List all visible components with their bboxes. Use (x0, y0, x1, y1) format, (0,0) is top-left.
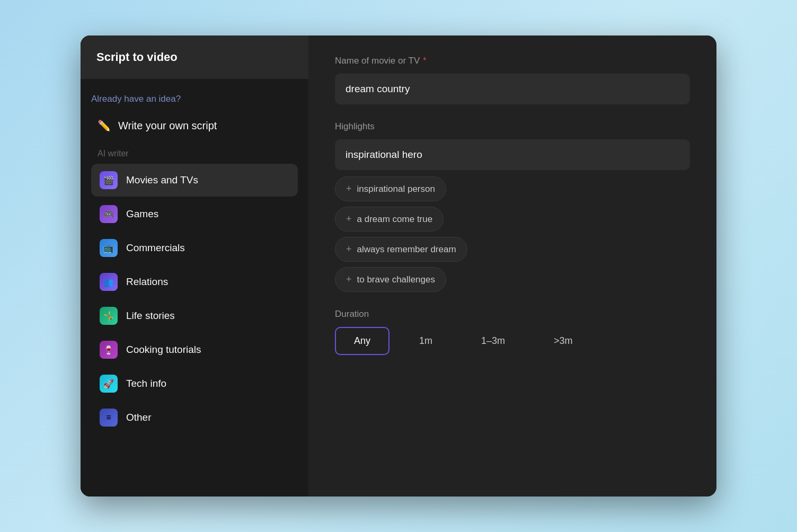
tech-icon: 🚀 (100, 375, 118, 393)
app-title: Script to video (96, 50, 178, 64)
sidebar-body: Already have an idea? ✏️ Write your own … (81, 79, 308, 496)
ai-writer-label: AI writer (91, 149, 298, 158)
sidebar-item-other[interactable]: ≡ Other (91, 401, 298, 434)
games-icon: 🎮 (100, 205, 118, 223)
pencil-icon: ✏️ (98, 119, 111, 132)
chip-label: to brave challenges (357, 274, 435, 285)
sidebar-item-tech[interactable]: 🚀 Tech info (91, 367, 298, 400)
suggestion-chip-2[interactable]: + always remember dream (335, 237, 467, 262)
sidebar-item-label-cooking: Cooking tutorials (126, 344, 201, 356)
other-icon: ≡ (100, 409, 118, 427)
movie-name-input[interactable] (335, 74, 690, 104)
commercials-icon: 📺 (100, 239, 118, 257)
nav-items-container: 🎬 Movies and TVs 🎮 Games 📺 Commercials 👥… (91, 164, 298, 434)
highlights-input[interactable] (335, 139, 690, 170)
suggestion-chip-1[interactable]: + a dream come true (335, 207, 444, 232)
chip-plus-icon: + (346, 274, 352, 285)
movie-name-section: Name of movie or TV * (335, 56, 690, 104)
sidebar-item-label-commercials: Commercials (126, 242, 185, 254)
already-have-label: Already have an idea? (91, 94, 298, 104)
suggestion-chip-0[interactable]: + inspirational person (335, 176, 446, 201)
suggestion-chips: + inspirational person + a dream come tr… (335, 176, 690, 292)
sidebar-item-label-tech: Tech info (126, 378, 166, 389)
write-own-script-item[interactable]: ✏️ Write your own script (91, 114, 298, 137)
chip-label: always remember dream (357, 244, 456, 255)
sidebar-item-label-movies: Movies and TVs (126, 174, 198, 186)
sidebar-item-label-relations: Relations (126, 276, 168, 288)
highlights-label: Highlights (335, 121, 690, 132)
sidebar: Script to video Already have an idea? ✏️… (81, 36, 308, 496)
duration-btn-3m[interactable]: >3m (535, 327, 592, 355)
duration-btn-1m[interactable]: 1m (400, 327, 451, 355)
duration-btn-Any[interactable]: Any (335, 327, 389, 355)
sidebar-item-relations[interactable]: 👥 Relations (91, 265, 298, 298)
sidebar-item-label-lifestories: Life stories (126, 310, 175, 322)
chip-plus-icon: + (346, 214, 352, 225)
chip-plus-icon: + (346, 183, 352, 194)
relations-icon: 👥 (100, 273, 118, 291)
chip-label: inspirational person (357, 184, 435, 194)
duration-label: Duration (335, 309, 690, 320)
sidebar-item-lifestories[interactable]: 🤸 Life stories (91, 299, 298, 332)
highlights-section: Highlights + inspirational person + a dr… (335, 121, 690, 292)
chip-plus-icon: + (346, 244, 352, 255)
main-content: Name of movie or TV * Highlights + inspi… (308, 36, 716, 496)
sidebar-header: Script to video (81, 36, 308, 79)
movies-icon: 🎬 (100, 171, 118, 189)
cooking-icon: 🍷 (100, 341, 118, 359)
sidebar-item-commercials[interactable]: 📺 Commercials (91, 232, 298, 264)
sidebar-item-label-other: Other (126, 412, 152, 423)
duration-buttons: Any1m1–3m>3m (335, 327, 690, 355)
movie-name-label: Name of movie or TV * (335, 56, 690, 66)
sidebar-item-games[interactable]: 🎮 Games (91, 198, 298, 230)
app-window: Script to video Already have an idea? ✏️… (81, 36, 716, 496)
suggestion-chip-3[interactable]: + to brave challenges (335, 267, 446, 292)
write-own-script-label: Write your own script (118, 120, 217, 132)
duration-btn-13m[interactable]: 1–3m (462, 327, 524, 355)
sidebar-item-label-games: Games (126, 208, 158, 220)
required-star: * (423, 56, 426, 66)
sidebar-item-cooking[interactable]: 🍷 Cooking tutorials (91, 333, 298, 366)
duration-section: Duration Any1m1–3m>3m (335, 309, 690, 355)
chip-label: a dream come true (357, 214, 433, 225)
lifestories-icon: 🤸 (100, 307, 118, 325)
sidebar-item-movies[interactable]: 🎬 Movies and TVs (91, 164, 298, 197)
